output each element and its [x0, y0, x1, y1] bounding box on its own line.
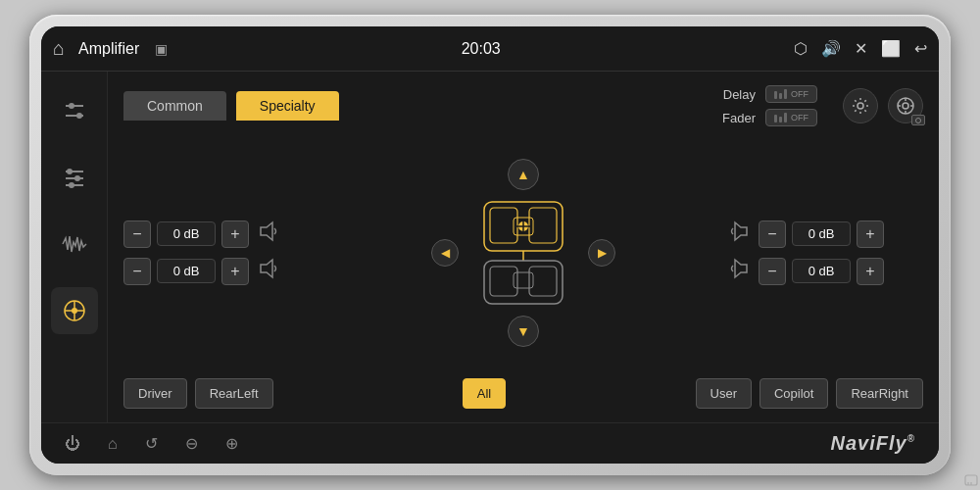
- nav-down-arrow[interactable]: ▼: [508, 316, 539, 347]
- window-icon[interactable]: ⬜: [881, 39, 901, 58]
- zone-rear-left[interactable]: RearLeft: [195, 378, 273, 409]
- toggle-bars-delay: [774, 89, 787, 99]
- left-top-value: 0 dB: [157, 221, 216, 246]
- tab-specialty[interactable]: Specialty: [236, 91, 339, 121]
- right-bottom-plus[interactable]: +: [857, 258, 884, 285]
- zone-user[interactable]: User: [696, 378, 752, 409]
- content-area: Common Specialty Delay: [108, 72, 939, 422]
- sidebar: [41, 72, 108, 422]
- right-top-speaker-icon: [727, 220, 749, 247]
- fader-toggle[interactable]: OFF: [765, 109, 817, 126]
- top-bar-left: ⌂ Amplifier ▣: [53, 37, 168, 60]
- zone-driver[interactable]: Driver: [123, 378, 187, 409]
- svg-point-14: [858, 103, 863, 109]
- left-controls: − 0 dB + − 0 dB: [123, 220, 319, 285]
- svg-marker-39: [735, 260, 747, 277]
- svg-marker-38: [735, 222, 747, 240]
- clock: 20:03: [462, 40, 501, 58]
- bar2: [779, 117, 782, 122]
- top-bar-right: ⬡ 🔊 ✕ ⬜ ↩: [794, 39, 927, 58]
- right-controls: − 0 dB + − 0 dB: [727, 220, 923, 285]
- power-icon[interactable]: ⏻: [65, 435, 80, 453]
- screen: ⌂ Amplifier ▣ 20:03 ⬡ 🔊 ✕ ⬜ ↩: [41, 26, 939, 464]
- sidebar-item-equalizer[interactable]: [51, 87, 98, 134]
- volume-down-icon[interactable]: ⊖: [185, 434, 198, 453]
- home-bottom-icon[interactable]: ⌂: [108, 435, 118, 453]
- sidebar-item-spatial[interactable]: [51, 287, 98, 334]
- zone-copilot[interactable]: Copilot: [760, 378, 828, 409]
- nav-right-arrow[interactable]: ▶: [588, 239, 615, 267]
- bar3: [784, 89, 787, 99]
- camera-icon[interactable]: ⬡: [794, 39, 808, 58]
- sidebar-item-mixer[interactable]: [51, 154, 98, 201]
- image-icon: ▣: [155, 41, 168, 57]
- top-bar-center: 20:03: [168, 40, 794, 58]
- svg-point-7: [74, 175, 80, 181]
- svg-point-1: [69, 103, 74, 109]
- svg-point-9: [69, 182, 74, 188]
- settings-button[interactable]: [843, 88, 878, 123]
- bar1: [774, 115, 777, 122]
- left-top-plus[interactable]: +: [221, 220, 249, 248]
- left-top-speaker-icon: [259, 220, 280, 247]
- right-top-value: 0 dB: [792, 221, 851, 246]
- svg-marker-24: [261, 222, 272, 240]
- bottom-bar: ⏻ ⌂ ↺ ⊖ ⊕ NaviFly®: [41, 422, 939, 464]
- right-bottom-speaker-icon: [727, 258, 749, 284]
- sidebar-item-waveform[interactable]: [51, 220, 98, 268]
- toggle-bars-fader: [774, 113, 787, 122]
- right-top-plus[interactable]: +: [857, 220, 884, 248]
- zone-all[interactable]: All: [463, 378, 506, 409]
- svg-point-19: [903, 103, 908, 109]
- svg-point-3: [76, 113, 82, 119]
- left-bottom-plus[interactable]: +: [221, 258, 249, 285]
- volume-up-icon[interactable]: ⊕: [225, 434, 238, 453]
- left-bottom-speaker-icon: [259, 258, 280, 284]
- left-top-minus[interactable]: −: [123, 220, 151, 248]
- delay-toggle-state: OFF: [791, 89, 808, 99]
- bar3: [784, 113, 787, 122]
- back-icon[interactable]: ↩: [914, 39, 927, 58]
- right-bottom-minus[interactable]: −: [759, 258, 786, 285]
- right-bottom-value: 0 dB: [792, 259, 851, 283]
- top-controls-row: Common Specialty Delay: [123, 85, 923, 126]
- car-diagram-svg: [465, 194, 582, 312]
- right-zone-buttons: User Copilot RearRight: [696, 378, 923, 409]
- top-bar: ⌂ Amplifier ▣ 20:03 ⬡ 🔊 ✕ ⬜ ↩: [41, 26, 939, 72]
- delay-row: Delay OFF: [716, 85, 817, 103]
- fader-toggle-state: OFF: [791, 113, 808, 122]
- delay-fader-area: Delay OFF Fader: [716, 85, 817, 126]
- svg-rect-31: [484, 261, 563, 304]
- bottom-zone-buttons: Driver RearLeft All User Copilot RearRig…: [123, 378, 923, 409]
- volume-icon[interactable]: 🔊: [821, 39, 841, 58]
- bar1: [774, 91, 777, 99]
- svg-point-13: [72, 308, 77, 314]
- page-title: Amplifier: [78, 40, 139, 58]
- camera-settings-button[interactable]: [888, 88, 923, 123]
- left-bottom-minus[interactable]: −: [123, 258, 151, 285]
- bar2: [779, 93, 782, 99]
- main-content: Common Specialty Delay: [41, 72, 939, 422]
- fader-label: Fader: [716, 111, 756, 125]
- back-bottom-icon[interactable]: ↺: [145, 434, 158, 453]
- right-top-minus[interactable]: −: [759, 220, 786, 248]
- tab-common[interactable]: Common: [123, 91, 226, 121]
- nav-up-arrow[interactable]: ▲: [508, 159, 539, 190]
- delay-label: Delay: [716, 87, 756, 102]
- car-diagram-area: ▲ ◀: [431, 159, 615, 347]
- right-top-volume: − 0 dB +: [727, 220, 923, 248]
- close-icon[interactable]: ✕: [855, 39, 867, 58]
- delay-toggle[interactable]: OFF: [765, 85, 817, 103]
- right-bottom-volume: − 0 dB +: [727, 258, 923, 285]
- fader-row: Fader OFF: [716, 109, 817, 126]
- brand-logo: NaviFly®: [830, 432, 915, 455]
- left-bottom-volume: − 0 dB +: [123, 258, 319, 285]
- car-middle-row: ◀: [431, 194, 615, 312]
- home-icon[interactable]: ⌂: [53, 37, 65, 60]
- left-top-volume: − 0 dB +: [123, 220, 319, 248]
- zone-rear-right[interactable]: RearRight: [836, 378, 923, 409]
- bottom-icons: ⏻ ⌂ ↺ ⊖ ⊕: [65, 434, 238, 453]
- svg-marker-25: [261, 260, 272, 277]
- svg-rect-34: [514, 272, 533, 288]
- nav-left-arrow[interactable]: ◀: [431, 239, 459, 267]
